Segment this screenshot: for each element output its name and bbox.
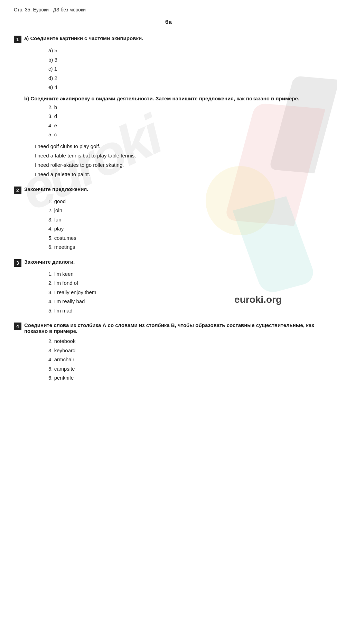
section-4: 4 Соедините слова из столбика А со слова… (14, 322, 323, 382)
section-4-body: 2. notebook 3. keyboard 4. armchair 5. c… (24, 337, 323, 382)
answers-block-4: 2. notebook 3. keyboard 4. armchair 5. c… (41, 337, 323, 382)
section-3: 3 Закончите диалоги. 1. I'm keen 2. I'm … (14, 259, 323, 315)
section-1a-title: a) Соедините картинки с частями экипиров… (24, 35, 143, 41)
section-2-body: 1. good 2. join 3. fun 4. play 5. costum… (24, 198, 323, 251)
list-item: 6. penknife (48, 374, 323, 382)
list-item: 5. costumes (48, 234, 323, 242)
list-item: 5. I'm mad (48, 307, 323, 315)
sentence-item: I need roller-skates to go roller skatin… (35, 161, 323, 169)
list-item: 2. b (48, 103, 323, 111)
answers-block-2: 1. good 2. join 3. fun 4. play 5. costum… (41, 198, 323, 251)
section-1: 1 a) Соедините картинки с частями экипир… (14, 35, 323, 179)
list-item: d) 2 (48, 74, 323, 82)
section-3-title: Закончите диалоги. (24, 259, 75, 265)
list-item: 3. fun (48, 216, 323, 224)
list-item: 1. good (48, 198, 323, 206)
page-title: 6а (14, 19, 323, 26)
list-item: e) 4 (48, 83, 323, 91)
list-item: 4. I'm really bad (48, 298, 323, 306)
answers-block-1b: 2. b 3. d 4. e 5. c (41, 103, 323, 139)
answers-block-1a: a) 5 b) 3 c) 1 d) 2 e) 4 (41, 47, 323, 91)
section-4-number: 4 (14, 323, 21, 330)
sentence-item: I need golf clubs to play golf. (35, 142, 323, 151)
list-item: 4. play (48, 225, 323, 233)
list-item: 4. e (48, 122, 323, 130)
section-2: 2 Закончите предложения. 1. good 2. join… (14, 186, 323, 251)
list-item: 6. meetings (48, 243, 323, 251)
brand-label: euroki.org (234, 294, 282, 305)
sentence-item: I need a palette to paint. (35, 170, 323, 179)
section-1-number: 1 (14, 36, 21, 43)
list-item: 2. I'm fond of (48, 279, 323, 287)
answers-block-3: 1. I'm keen 2. I'm fond of 3. I really e… (41, 270, 323, 315)
section-3-header: 3 Закончите диалоги. (14, 259, 323, 267)
section-1-header: 1 a) Соедините картинки с частями экипир… (14, 35, 323, 43)
list-item: 5. c (48, 131, 323, 139)
list-item: 5. campsite (48, 365, 323, 373)
list-item: a) 5 (48, 47, 323, 55)
list-item: 4. armchair (48, 356, 323, 364)
list-item: c) 1 (48, 65, 323, 73)
sentence-item: I need a table tennis bat to play table … (35, 152, 323, 160)
list-item: 3. d (48, 112, 323, 120)
section-4-title: Соедините слова из столбика А со словами… (24, 322, 323, 334)
header-text: Стр. 35. Еуроки - ДЗ без мороки (14, 7, 86, 12)
list-item: 2. join (48, 207, 323, 215)
list-item: 3. keyboard (48, 347, 323, 355)
section-2-header: 2 Закончите предложения. (14, 186, 323, 194)
section-2-number: 2 (14, 187, 21, 194)
section-2-title: Закончите предложения. (24, 186, 88, 192)
section-1a-answers: a) 5 b) 3 c) 1 d) 2 e) 4 (24, 47, 323, 91)
section-1b: b) Соедините экипировку с видами деятель… (24, 96, 323, 179)
list-item: 3. I really enjoy them (48, 289, 323, 297)
main-content: Стр. 35. Еуроки - ДЗ без мороки 6а 1 a) … (14, 7, 323, 382)
list-item: 2. notebook (48, 337, 323, 345)
section-3-body: 1. I'm keen 2. I'm fond of 3. I really e… (24, 270, 323, 315)
list-item: b) 3 (48, 56, 323, 64)
section-3-number: 3 (14, 259, 21, 267)
list-item: 1. I'm keen (48, 270, 323, 278)
sentences-block-1b: I need golf clubs to play golf. I need a… (35, 142, 323, 179)
section-1b-title: b) Соедините экипировку с видами деятель… (24, 96, 323, 101)
page-header: Стр. 35. Еуроки - ДЗ без мороки (14, 7, 323, 12)
section-4-header: 4 Соедините слова из столбика А со слова… (14, 322, 323, 334)
